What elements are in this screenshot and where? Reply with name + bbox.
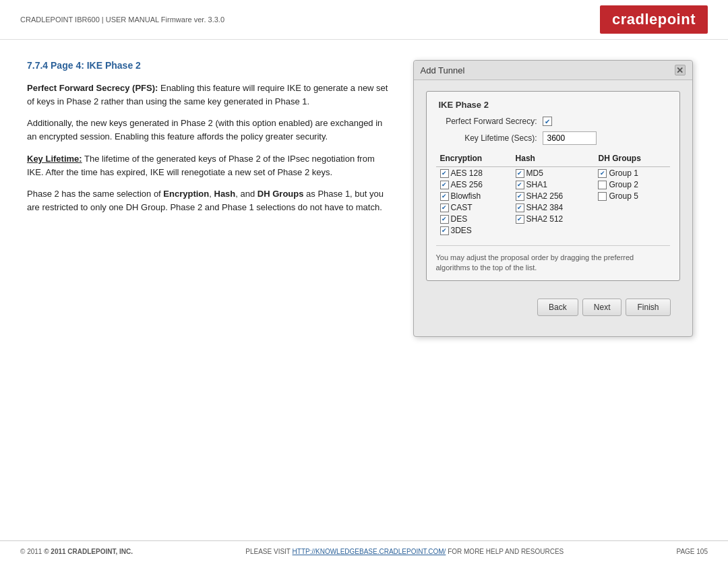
dh-group2-checkbox[interactable] [598, 181, 607, 189]
dialog-footer: Back Next Finish [426, 292, 680, 325]
finish-button[interactable]: Finish [626, 299, 670, 316]
para4-text-intro: Phase 2 has the same selection of [27, 189, 163, 199]
para1-label: Perfect Forward Secrecy (PFS): [27, 83, 158, 93]
footer-center-suffix: FOR MORE HELP AND RESOURCES [446, 548, 564, 555]
text-column: 7.7.4 Page 4: IKE Phase 2 Perfect Forwar… [27, 60, 391, 337]
drag-note: You may adjust the proposal order by dra… [436, 245, 670, 274]
hash-sha2-512: ✔ SHA2 512 [516, 214, 590, 224]
para4-dhgroups: DH Groups [257, 189, 304, 199]
dh-groups-header: DH Groups [594, 152, 669, 167]
footer-center: PLEASE VISIT HTTP://KNOWLEDGEBASE.CRADLE… [245, 548, 564, 555]
main-content: 7.7.4 Page 4: IKE Phase 2 Perfect Forwar… [0, 40, 728, 357]
para4-and: , and [235, 189, 257, 199]
dh-group5: Group 5 [598, 191, 665, 201]
enc-aes128-checkbox[interactable]: ✔ [440, 169, 449, 178]
page-header: CRADLEPOINT IBR600 | USER MANUAL Firmwar… [0, 0, 728, 40]
hash-sha2-256: ✔ SHA2 256 [516, 191, 590, 201]
para4-hash: Hash [214, 189, 236, 199]
options-table: Encryption Hash DH Groups ✔ AES 128 [436, 152, 670, 239]
encryption-header: Encryption [436, 152, 512, 167]
enc-3des: ✔ 3DES [440, 226, 508, 235]
enc-aes256-checkbox[interactable]: ✔ [440, 181, 449, 189]
dialog-column: Add Tunnel ✕ IKE Phase 2 Perfect Forward… [411, 60, 694, 337]
para3-label: Key Lifetime: [27, 154, 82, 164]
encryption-col: ✔ AES 128 ✔ AES 256 ✔ Bl [436, 167, 512, 239]
next-button[interactable]: Next [582, 299, 622, 316]
fieldset-legend: IKE Phase 2 [436, 100, 491, 110]
key-lifetime-row: Key Lifetime (Secs): [436, 131, 670, 145]
hash-col: ✔ MD5 ✔ SHA1 ✔ SHA2 256 [512, 167, 595, 239]
paragraph-3: Key Lifetime: The lifetime of the genera… [27, 152, 391, 179]
dh-group5-checkbox[interactable] [598, 192, 607, 201]
enc-des-checkbox[interactable]: ✔ [440, 215, 449, 224]
dh-groups-col: ✔ Group 1 Group 2 Grou [594, 167, 669, 239]
key-lifetime-input[interactable] [543, 131, 597, 145]
hash-sha2-384-checkbox[interactable]: ✔ [516, 204, 524, 212]
enc-blowfish: ✔ Blowfish [440, 191, 508, 201]
dialog-close-button[interactable]: ✕ [675, 65, 686, 75]
paragraph-4: Phase 2 has the same selection of Encryp… [27, 187, 391, 214]
para2-text: Additionally, the new keys generated in … [27, 118, 382, 142]
dialog-title: Add Tunnel [421, 65, 465, 75]
hash-sha2-256-checkbox[interactable]: ✔ [516, 192, 524, 201]
hash-sha2-512-checkbox[interactable]: ✔ [516, 215, 524, 224]
hash-sha1: ✔ SHA1 [516, 180, 590, 189]
para4-encryption: Encryption [163, 189, 209, 199]
enc-cast: ✔ CAST [440, 203, 508, 212]
enc-cast-checkbox[interactable]: ✔ [440, 204, 449, 212]
footer-right: PAGE 105 [676, 548, 708, 555]
paragraph-2: Additionally, the new keys generated in … [27, 117, 391, 144]
enc-des: ✔ DES [440, 214, 508, 224]
dh-group2: Group 2 [598, 180, 665, 189]
pfs-label: Perfect Forward Secrecy: [436, 117, 537, 126]
hash-md5: ✔ MD5 [516, 168, 590, 178]
back-button[interactable]: Back [537, 299, 578, 316]
dialog-titlebar: Add Tunnel ✕ [414, 61, 692, 80]
enc-3des-checkbox[interactable]: ✔ [440, 226, 449, 235]
pfs-row: Perfect Forward Secrecy: ✔ [436, 117, 670, 126]
pfs-checkbox[interactable]: ✔ [543, 117, 552, 126]
add-tunnel-dialog: Add Tunnel ✕ IKE Phase 2 Perfect Forward… [413, 60, 693, 337]
page-footer: © 2011 © 2011 CRADLEPOINT, INC. PLEASE V… [0, 540, 728, 562]
key-lifetime-label: Key Lifetime (Secs): [436, 133, 537, 143]
enc-aes128: ✔ AES 128 [440, 168, 508, 178]
paragraph-1: Perfect Forward Secrecy (PFS): Enabling … [27, 82, 391, 108]
logo-box: cradlepoint [600, 5, 708, 34]
dialog-body: IKE Phase 2 Perfect Forward Secrecy: ✔ K… [414, 80, 692, 336]
footer-left: © 2011 © 2011 CRADLEPOINT, INC. [20, 548, 133, 555]
enc-blowfish-checkbox[interactable]: ✔ [440, 192, 449, 201]
hash-md5-checkbox[interactable]: ✔ [516, 169, 524, 178]
footer-link[interactable]: HTTP://KNOWLEDGEBASE.CRADLEPOINT.COM/ [293, 548, 446, 555]
hash-sha1-checkbox[interactable]: ✔ [516, 181, 524, 189]
dh-group1-checkbox[interactable]: ✔ [598, 169, 607, 178]
ike-phase2-fieldset: IKE Phase 2 Perfect Forward Secrecy: ✔ K… [426, 91, 680, 281]
section-heading: 7.7.4 Page 4: IKE Phase 2 [27, 60, 391, 71]
para4-comma1: , [209, 189, 214, 199]
header-meta: CRADLEPOINT IBR600 | USER MANUAL Firmwar… [20, 15, 224, 24]
logo-text: cradlepoint [612, 11, 696, 28]
enc-aes256: ✔ AES 256 [440, 180, 508, 189]
dh-group1: ✔ Group 1 [598, 168, 665, 178]
footer-center-prefix: PLEASE VISIT [245, 548, 292, 555]
options-row-1: ✔ AES 128 ✔ AES 256 ✔ Bl [436, 167, 670, 239]
hash-sha2-384: ✔ SHA2 384 [516, 203, 590, 212]
hash-header: Hash [512, 152, 595, 167]
